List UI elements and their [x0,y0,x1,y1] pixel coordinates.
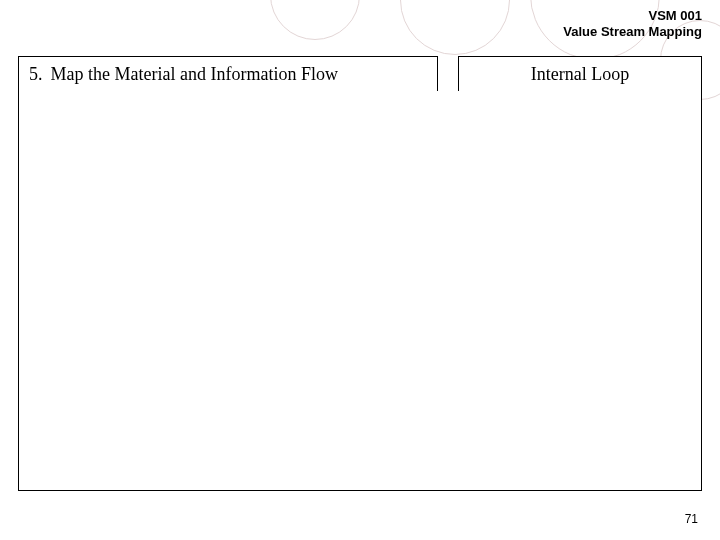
content-frame [18,91,702,491]
slide: VSM 001 Value Stream Mapping 5. Map the … [0,0,720,540]
section-label: Map the Material and Information Flow [51,64,338,85]
decorative-circle [400,0,510,55]
section-number: 5. [29,64,43,85]
title-boxes-row: 5. Map the Material and Information Flow… [18,56,702,92]
course-code: VSM 001 [563,8,702,24]
section-title-box: 5. Map the Material and Information Flow [18,56,438,92]
decorative-circle [270,0,360,40]
page-number: 71 [685,512,698,526]
slide-header: VSM 001 Value Stream Mapping [563,8,702,41]
course-title: Value Stream Mapping [563,24,702,40]
subsection-label: Internal Loop [531,64,629,85]
subsection-title-box: Internal Loop [458,56,702,92]
